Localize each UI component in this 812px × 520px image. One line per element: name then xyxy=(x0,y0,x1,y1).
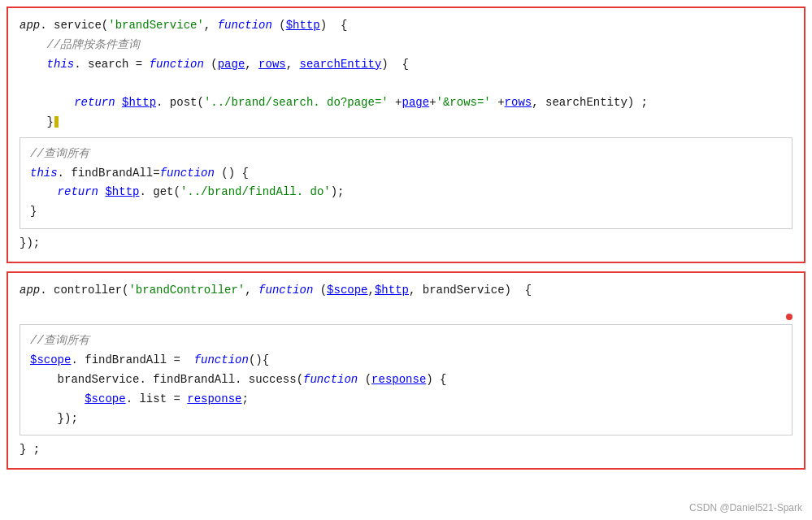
line-closing-2: } ; xyxy=(20,440,792,460)
inner-box-2: //查询所有 $scope. findBrandAll = function()… xyxy=(20,324,792,436)
line-app-controller: app. controller('brandController', funct… xyxy=(20,281,792,301)
line-close-brace-1: } xyxy=(20,113,792,132)
line-empty-1 xyxy=(20,74,792,93)
main-container: app. service('brandService', function ($… xyxy=(0,0,812,520)
line-empty-2 xyxy=(20,301,792,320)
line-app-service: app. service('brandService', function ($… xyxy=(20,16,792,36)
inner-line-2: return $http. get('../brand/findAll. do'… xyxy=(30,183,782,202)
red-dot xyxy=(786,314,792,320)
inner2-line-4: }); xyxy=(30,410,782,429)
inner2-line-2: brandService. findBrandAll. success(func… xyxy=(30,370,782,390)
inner-comment-1: //查询所有 xyxy=(30,145,782,164)
inner-line-3: } xyxy=(30,202,782,222)
line-return-post: return $http. post('../brand/search. do?… xyxy=(20,93,792,113)
line-closing-1: }); xyxy=(20,234,792,254)
inner-box-1: //查询所有 this. findBrandAll=function () { … xyxy=(20,137,792,229)
code-block-1: app. service('brandService', function ($… xyxy=(7,6,805,263)
line-comment-1: //品牌按条件查询 xyxy=(20,36,792,55)
inner-line-1: this. findBrandAll=function () { xyxy=(30,164,782,184)
inner2-line-1: $scope. findBrandAll = function(){ xyxy=(30,351,782,370)
inner2-line-3: $scope. list = response; xyxy=(30,390,782,410)
watermark: CSDN @Daniel521-Spark xyxy=(689,502,802,514)
code-block-2: app. controller('brandController', funct… xyxy=(7,271,805,470)
inner2-comment: //查询所有 xyxy=(30,332,782,351)
line-this-search: this. search = function (page, rows, sea… xyxy=(20,55,792,75)
